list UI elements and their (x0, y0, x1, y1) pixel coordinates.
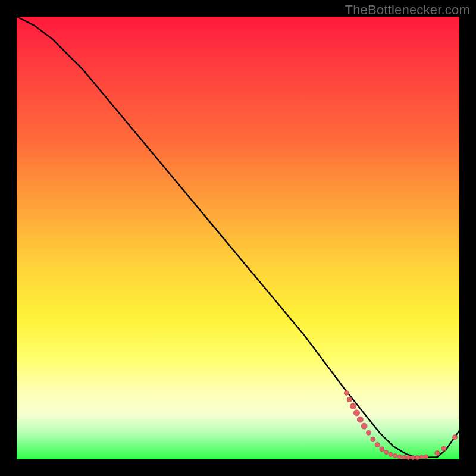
plot-area (17, 17, 459, 459)
chart-frame: TheBottlenecker.com (0, 0, 476, 476)
curve-marker (361, 423, 367, 429)
curve-marker (344, 390, 349, 395)
bottleneck-curve (17, 17, 459, 458)
curve-markers (344, 390, 457, 459)
curve-marker (424, 455, 428, 459)
curve-marker (419, 455, 424, 459)
curve-marker (435, 451, 440, 456)
curve-marker (453, 435, 458, 440)
curve-marker (366, 430, 371, 435)
curve-marker (389, 452, 393, 456)
curve-marker (397, 455, 402, 459)
curve-marker (384, 450, 389, 455)
curve-marker (406, 456, 411, 460)
curve-marker (371, 437, 375, 442)
curve-marker (393, 454, 397, 458)
curve-marker (353, 410, 359, 416)
attribution-text: TheBottlenecker.com (345, 2, 470, 18)
curve-marker (415, 456, 419, 460)
curve-marker (402, 455, 406, 459)
curve-marker (347, 397, 352, 402)
curve-marker (350, 403, 356, 409)
curve-marker (357, 416, 363, 422)
curve-marker (375, 442, 380, 447)
curve-marker (380, 447, 384, 452)
chart-svg (17, 17, 459, 459)
curve-marker (411, 456, 415, 460)
curve-marker (441, 446, 446, 451)
